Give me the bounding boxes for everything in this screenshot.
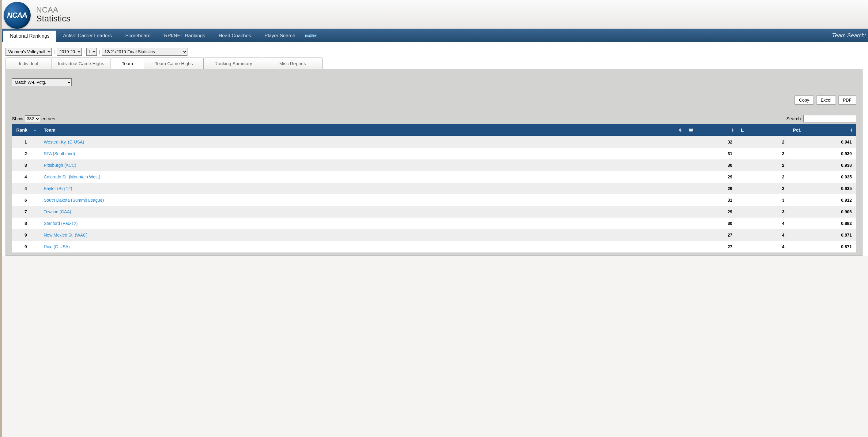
cell-w: 32 (685, 136, 737, 148)
col-pct[interactable]: Pct. ▲▼ (789, 124, 856, 136)
col-w-label: W (689, 127, 693, 133)
search-control: Search: (786, 115, 856, 123)
cell-l: 4 (737, 229, 789, 241)
col-w[interactable]: W ▲▼ (685, 124, 737, 136)
cell-rank: 2 (12, 148, 39, 160)
season-select[interactable]: 2019-20 (57, 48, 82, 56)
nav-tab-rpi-net-rankings[interactable]: RPI/NET Rankings (157, 30, 212, 42)
col-rank-label: Rank (16, 127, 28, 133)
cell-rank: 4 (12, 171, 39, 183)
nav-tab-active-career-leaders[interactable]: Active Career Leaders (56, 30, 119, 42)
excel-button[interactable]: Excel (816, 96, 836, 105)
nav-tab-scoreboard[interactable]: Scoreboard (119, 30, 157, 42)
team-link[interactable]: Colorado St. (Mountain West) (44, 174, 100, 179)
ncaa-logo-text: NCAA (7, 11, 27, 20)
table-row: 4Colorado St. (Mountain West)2920.935 (12, 171, 856, 183)
cell-rank: 9 (12, 241, 39, 253)
cell-rank: 6 (12, 194, 39, 206)
filter-row: Women's Volleyball | 2019-20 | I | 12/21… (5, 48, 863, 56)
cell-w: 27 (685, 241, 737, 253)
col-l-label: L (741, 127, 744, 133)
rankings-table: Rank ▲ Team ▲▼ W ▲▼ L ▲▼ (12, 124, 856, 253)
cell-w: 31 (685, 148, 737, 160)
cell-team: Baylor (Big 12) (39, 183, 685, 194)
sub-tab-individual-game-highs[interactable]: Individual Game Highs (51, 58, 111, 69)
separator: | (99, 49, 100, 54)
table-row: 6South Dakota (Summit League)3130.912 (12, 194, 856, 206)
header-title-line1: NCAA (36, 6, 70, 14)
ncaa-logo-icon: NCAA (4, 2, 31, 29)
col-pct-label: Pct. (793, 127, 802, 133)
twitter-icon[interactable]: twitter (305, 33, 316, 38)
entries-label: entries (41, 116, 55, 121)
cell-team: South Dakota (Summit League) (39, 194, 685, 206)
export-row: Copy Excel PDF (12, 96, 856, 105)
cell-w: 31 (685, 194, 737, 206)
header-title-line2: Statistics (36, 14, 70, 23)
stat-select[interactable]: Match W-L Pctg. (12, 78, 72, 86)
cell-l: 2 (737, 148, 789, 160)
cell-team: Colorado St. (Mountain West) (39, 171, 685, 183)
team-search-label: Team Search: (832, 32, 868, 39)
content: Women's Volleyball | 2019-20 | I | 12/21… (0, 42, 868, 256)
team-link[interactable]: Pittsburgh (ACC) (44, 163, 76, 168)
cell-pct: 0.939 (789, 148, 856, 160)
sub-tab-misc-reports[interactable]: Misc Reports (263, 58, 322, 69)
nav-tab-player-search[interactable]: Player Search (258, 30, 302, 42)
cell-rank: 9 (12, 229, 39, 241)
search-label: Search: (786, 116, 802, 121)
nav-tab-head-coaches[interactable]: Head Coaches (212, 30, 258, 42)
cell-l: 4 (737, 217, 789, 229)
date-select[interactable]: 12/21/2019-Final Statistics (102, 48, 187, 56)
entries-select[interactable]: 332 (25, 115, 40, 122)
col-team-label: Team (44, 127, 56, 133)
team-link[interactable]: Rice (C-USA) (44, 244, 70, 249)
nav-tab-national-rankings[interactable]: National Rankings (3, 31, 56, 42)
panel: Match W-L Pctg. Copy Excel PDF Show 332 … (5, 69, 863, 256)
sort-icon: ▲▼ (850, 128, 853, 132)
cell-pct: 0.906 (789, 206, 856, 217)
cell-team: Rice (C-USA) (39, 241, 685, 253)
team-link[interactable]: Baylor (Big 12) (44, 186, 72, 191)
cell-w: 30 (685, 217, 737, 229)
table-row: 1Western Ky. (C-USA)3220.941 (12, 136, 856, 148)
cell-w: 27 (685, 229, 737, 241)
col-l[interactable]: L ▲▼ (737, 124, 789, 136)
table-row: 3Pittsburgh (ACC)3020.938 (12, 160, 856, 171)
cell-l: 2 (737, 171, 789, 183)
pdf-button[interactable]: PDF (838, 96, 856, 105)
team-link[interactable]: Towson (CAA) (44, 209, 71, 214)
table-row: 8Stanford (Pac-12)3040.882 (12, 217, 856, 229)
team-link[interactable]: South Dakota (Summit League) (44, 198, 104, 203)
cell-pct: 0.882 (789, 217, 856, 229)
col-rank[interactable]: Rank ▲ (12, 124, 39, 136)
search-input[interactable] (803, 115, 856, 123)
table-row: 9Rice (C-USA)2740.871 (12, 241, 856, 253)
sub-tab-team-game-highs[interactable]: Team Game Highs (144, 58, 204, 69)
header: NCAA NCAA Statistics (0, 0, 868, 29)
cell-w: 29 (685, 171, 737, 183)
sport-select[interactable]: Women's Volleyball (5, 48, 52, 56)
cell-rank: 8 (12, 217, 39, 229)
cell-w: 29 (685, 183, 737, 194)
sub-tab-team[interactable]: Team (111, 58, 144, 69)
cell-team: Stanford (Pac-12) (39, 217, 685, 229)
cell-pct: 0.935 (789, 183, 856, 194)
sub-tab-ranking-summary[interactable]: Ranking Summary (204, 58, 263, 69)
team-link[interactable]: Western Ky. (C-USA) (44, 139, 84, 144)
division-select[interactable]: I (86, 48, 97, 56)
team-link[interactable]: SFA (Southland) (44, 151, 75, 156)
sub-tabs: IndividualIndividual Game HighsTeamTeam … (5, 58, 863, 69)
panel-top: Match W-L Pctg. (12, 78, 856, 86)
table-row: 7Towson (CAA)2930.906 (12, 206, 856, 217)
copy-button[interactable]: Copy (795, 96, 814, 105)
team-link[interactable]: Stanford (Pac-12) (44, 221, 78, 226)
cell-team: Western Ky. (C-USA) (39, 136, 685, 148)
team-link[interactable]: New Mexico St. (WAC) (44, 233, 88, 237)
cell-pct: 0.871 (789, 241, 856, 253)
col-team[interactable]: Team ▲▼ (39, 124, 685, 136)
table-row: 4Baylor (Big 12)2920.935 (12, 183, 856, 194)
sub-tab-individual[interactable]: Individual (5, 58, 52, 69)
cell-pct: 0.935 (789, 171, 856, 183)
cell-team: Pittsburgh (ACC) (39, 160, 685, 171)
